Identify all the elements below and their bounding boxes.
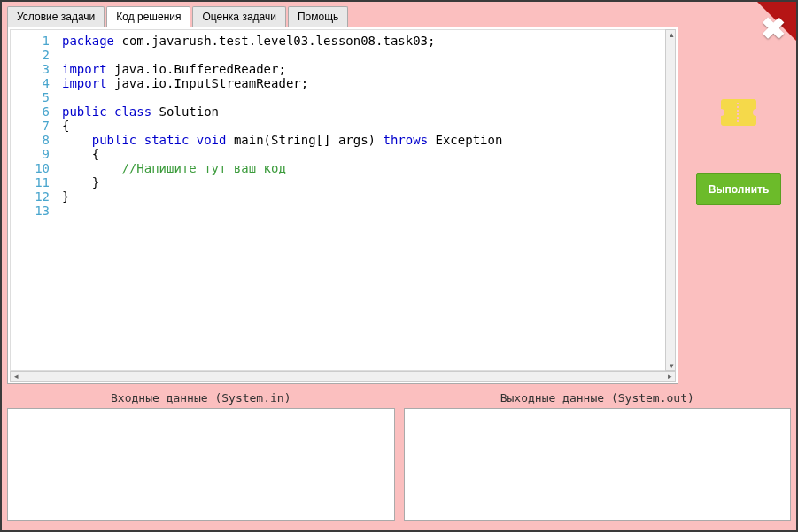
code-line[interactable]: } (62, 175, 673, 189)
scroll-up-icon[interactable]: ▴ (666, 30, 677, 39)
code-line[interactable] (62, 90, 673, 104)
line-number: 6 (12, 104, 62, 119)
line-number: 12 (12, 189, 62, 204)
code-line[interactable]: package com.javarush.test.level03.lesson… (62, 34, 673, 48)
code-line[interactable] (62, 48, 673, 62)
output-label: Выходные данные (System.out) (404, 389, 792, 408)
line-number: 2 (12, 48, 62, 62)
line-number: 3 (12, 62, 62, 76)
io-panels: Входные данные (System.in) Выходные данн… (2, 384, 796, 527)
scroll-down-icon[interactable]: ▾ (666, 361, 677, 370)
ticket-icon (721, 99, 756, 126)
tab-0[interactable]: Условие задачи (7, 6, 105, 27)
line-number: 8 (12, 133, 62, 147)
line-number: 1 (12, 34, 62, 48)
code-line[interactable]: } (62, 189, 673, 204)
line-number: 11 (12, 175, 62, 189)
output-box (404, 408, 792, 521)
code-line[interactable]: public static void main(String[] args) t… (62, 133, 673, 147)
line-number: 5 (12, 90, 62, 104)
line-number: 10 (12, 161, 62, 175)
tab-bar: Условие задачиКод решенияОценка задачиПо… (2, 2, 796, 27)
code-line[interactable]: { (62, 119, 673, 133)
line-number: 9 (12, 147, 62, 161)
input-label: Входные данные (System.in) (7, 389, 395, 408)
scroll-right-icon[interactable]: ▸ (664, 372, 675, 381)
horizontal-scrollbar[interactable]: ◂ ▸ (10, 371, 676, 382)
tab-1[interactable]: Код решения (106, 6, 190, 27)
run-button[interactable]: Выполнить (696, 173, 781, 205)
line-number: 7 (12, 119, 62, 133)
tab-3[interactable]: Помощь (288, 6, 348, 27)
scroll-left-icon[interactable]: ◂ (11, 372, 21, 381)
side-panel: Выполнить (690, 23, 787, 205)
input-box[interactable] (7, 408, 395, 521)
code-line[interactable]: //Напишите тут ваш код (62, 161, 673, 175)
tab-2[interactable]: Оценка задачи (192, 6, 285, 27)
code-line[interactable]: public class Solution (62, 104, 673, 119)
code-line[interactable] (62, 204, 673, 218)
code-line[interactable]: import java.io.InputStreamReader; (62, 76, 673, 90)
code-editor[interactable]: 1package com.javarush.test.level03.lesso… (7, 27, 678, 384)
code-line[interactable]: import java.io.BufferedReader; (62, 62, 673, 76)
line-number: 4 (12, 76, 62, 90)
close-button[interactable]: ✖ (761, 11, 786, 46)
vertical-scrollbar[interactable]: ▴ ▾ (665, 29, 676, 371)
line-number: 13 (12, 204, 62, 218)
code-line[interactable]: { (62, 147, 673, 161)
